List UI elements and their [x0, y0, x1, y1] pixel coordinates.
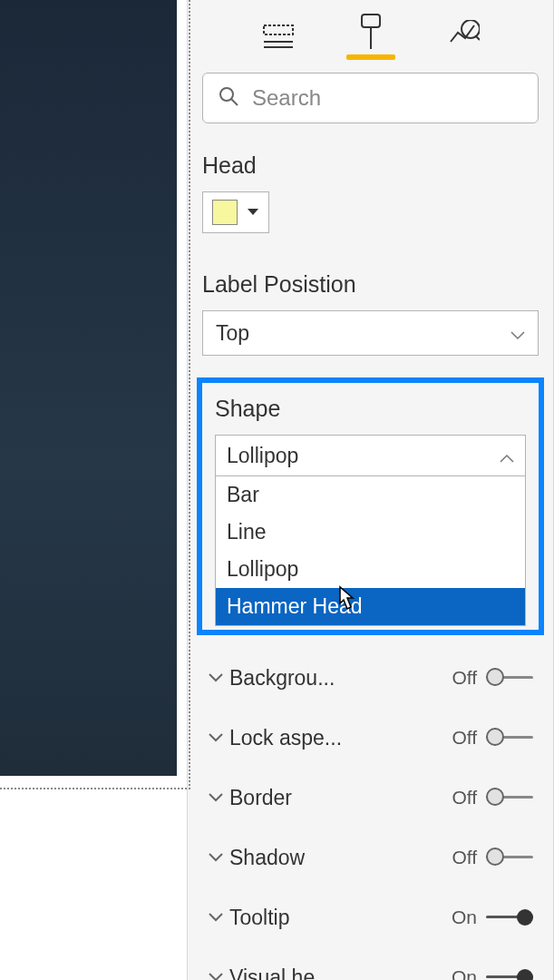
chevron-down-icon [202, 733, 229, 742]
panel-tabs [202, 16, 539, 73]
shape-option[interactable]: Line [216, 514, 525, 551]
property-label: Shadow [229, 846, 441, 870]
head-color-picker[interactable] [202, 191, 269, 233]
report-canvas-area [0, 0, 187, 980]
property-row[interactable]: BorderOff [202, 768, 539, 828]
property-state-text: Off [441, 727, 477, 749]
svg-point-7 [220, 88, 233, 101]
toggle-switch[interactable] [486, 789, 533, 807]
head-section-label: Head [202, 152, 539, 179]
chevron-down-icon [510, 321, 525, 346]
visual-preview [0, 0, 177, 776]
svg-line-6 [476, 36, 480, 40]
toggle-switch[interactable] [486, 908, 533, 926]
property-label: Tooltip [229, 906, 441, 930]
property-row[interactable]: Lock aspe...Off [202, 708, 539, 768]
search-input[interactable] [252, 85, 523, 111]
property-label: Visual he... [229, 965, 441, 981]
property-label: Lock aspe... [229, 726, 441, 750]
chevron-down-icon [202, 913, 229, 922]
property-row[interactable]: Backgrou...Off [202, 648, 539, 708]
property-state-text: Off [441, 847, 477, 868]
chevron-down-icon [202, 793, 229, 802]
toggle-switch[interactable] [486, 729, 533, 747]
chevron-down-icon [202, 853, 229, 862]
property-state-text: On [441, 906, 477, 928]
shape-dropdown[interactable]: Lollipop [215, 435, 526, 476]
property-label: Backgrou... [229, 666, 441, 691]
fields-tab-icon[interactable] [260, 22, 296, 51]
shape-dropdown-value: Lollipop [227, 444, 298, 468]
chevron-up-icon [500, 444, 514, 468]
svg-rect-0 [264, 25, 293, 34]
shape-highlight-annotation: Shape Lollipop BarLineLollipopHammer Hea… [197, 377, 544, 635]
toggle-switch[interactable] [486, 848, 533, 867]
svg-line-8 [231, 99, 238, 105]
toggle-switch[interactable] [486, 968, 533, 980]
chevron-down-icon [247, 204, 259, 220]
label-position-value: Top [216, 321, 249, 346]
chevron-down-icon [202, 673, 229, 682]
property-row[interactable]: ShadowOff [202, 828, 539, 887]
property-row[interactable]: Visual he...On [202, 947, 539, 980]
analytics-tab-icon[interactable] [445, 20, 481, 51]
visualizations-format-panel: Head Label Posistion Top Shape Lollipop [187, 0, 554, 980]
active-tab-indicator [346, 54, 395, 60]
format-tab-icon[interactable] [353, 13, 389, 51]
shape-option[interactable]: Hammer Head [216, 588, 525, 625]
label-position-dropdown[interactable]: Top [202, 310, 539, 356]
property-state-text: On [441, 966, 477, 980]
toggle-switch[interactable] [486, 669, 533, 687]
shape-section-label: Shape [215, 396, 526, 422]
shape-option[interactable]: Lollipop [216, 551, 525, 588]
shape-option[interactable]: Bar [216, 476, 525, 514]
head-color-swatch [212, 200, 238, 225]
label-position-section-label: Label Posistion [202, 271, 539, 298]
search-icon [218, 85, 239, 111]
property-state-text: Off [441, 787, 477, 808]
shape-dropdown-list: BarLineLollipopHammer Head [215, 476, 526, 626]
property-row[interactable]: TooltipOn [202, 887, 539, 947]
property-state-text: Off [441, 667, 477, 689]
svg-rect-3 [362, 15, 380, 27]
property-label: Border [229, 786, 441, 810]
format-search-box[interactable] [202, 73, 539, 123]
chevron-down-icon [202, 973, 229, 980]
